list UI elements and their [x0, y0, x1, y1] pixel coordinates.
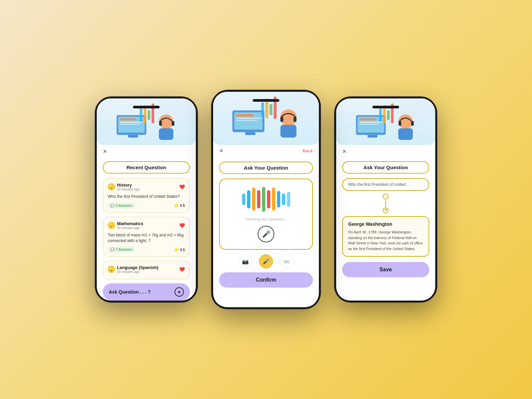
- svg-rect-23: [236, 120, 257, 121]
- answer-connector-dot: 📍: [383, 207, 389, 213]
- history-question: Who the first President of United States…: [108, 194, 185, 200]
- answer-card: George Washington On April 30, 1789, Geo…: [342, 216, 429, 257]
- svg-rect-43: [411, 121, 414, 126]
- math-card[interactable]: 💡 Mathematics 30 minutes ago ❤️ Two bloc…: [103, 217, 190, 257]
- phone-2-title: Ask Your Question: [219, 162, 313, 174]
- svg-rect-12: [140, 108, 142, 122]
- heart-icon-2[interactable]: ❤️: [179, 223, 185, 228]
- svg-rect-28: [261, 102, 264, 117]
- svg-rect-20: [245, 132, 255, 135]
- back-button[interactable]: Back: [303, 148, 313, 153]
- star-icon-2: ⭐: [174, 247, 179, 252]
- math-rating: ⭐ 3.5: [174, 247, 185, 252]
- svg-rect-27: [294, 117, 297, 122]
- svg-rect-14: [148, 110, 150, 120]
- mic-control-button[interactable]: 🎤: [259, 254, 273, 268]
- answer-title: George Washington: [348, 221, 423, 227]
- svg-rect-10: [159, 121, 162, 126]
- svg-rect-30: [270, 104, 273, 115]
- language-time: 30 minutes ago: [117, 270, 158, 274]
- phone-1-title: Recent Question: [103, 161, 190, 174]
- svg-rect-7: [120, 124, 140, 125]
- ask-question-bar[interactable]: Ask Question . . . ? +: [103, 283, 190, 301]
- answer-text: On April 30, 1789, George Washington, st…: [348, 229, 423, 251]
- svg-rect-9: [159, 128, 174, 140]
- phone-3-close-btn[interactable]: ✕: [342, 148, 346, 155]
- camera-button[interactable]: 📷: [238, 254, 252, 268]
- math-subject-name: Mathematics: [117, 221, 143, 226]
- phone-3-hero: [336, 98, 435, 145]
- math-subject: 💡 Mathematics 30 minutes ago: [108, 221, 143, 230]
- controls-bar: 📷 🎤 ⌨️: [219, 254, 313, 268]
- svg-rect-39: [359, 124, 379, 125]
- bulb-icon-2: 💡: [108, 222, 115, 229]
- svg-rect-11: [172, 121, 174, 126]
- confirm-button[interactable]: Confirm: [219, 272, 313, 288]
- math-question: Two block of mass m1 = 7kg and m2 = 6kg …: [108, 232, 185, 244]
- chat-icon-1: 💬: [110, 204, 114, 207]
- svg-rect-22: [236, 118, 260, 119]
- question-preview-bubble: Who the first President of United . . .: [342, 178, 429, 191]
- svg-rect-21: [236, 114, 254, 116]
- svg-rect-36: [367, 135, 377, 138]
- listening-text: Listening your Question...: [245, 217, 287, 221]
- question-connector-dot: ?: [383, 194, 389, 200]
- connector-line: [385, 200, 386, 207]
- phone-1-hero: [97, 98, 196, 145]
- heart-icon-1[interactable]: ❤️: [179, 184, 185, 190]
- svg-rect-4: [128, 135, 138, 138]
- history-card[interactable]: 💡 History 20 minutes ago ❤️ Who the firs…: [103, 178, 190, 213]
- svg-rect-38: [359, 122, 383, 123]
- svg-rect-46: [387, 110, 390, 120]
- phone-3: ✕ Ask Your Question Who the first Presid…: [334, 96, 437, 303]
- chat-icon-2: 💬: [110, 248, 114, 251]
- language-card[interactable]: 💡 Language (Spanish) 30 minutes ago ❤️: [103, 261, 190, 279]
- add-question-button[interactable]: +: [175, 287, 184, 297]
- heart-icon-3[interactable]: ❤️: [179, 267, 185, 272]
- waveform-display: [242, 186, 290, 212]
- phone-1-close-btn[interactable]: ✕: [103, 148, 107, 155]
- history-time: 20 minutes ago: [117, 188, 140, 191]
- phone-1-notch: [133, 106, 160, 108]
- svg-rect-25: [280, 125, 296, 138]
- svg-rect-5: [120, 118, 137, 120]
- history-subject: 💡 History 20 minutes ago: [108, 183, 140, 191]
- phone-1: ✕ Recent Question 💡 History: [95, 96, 198, 303]
- phone-3-title: Ask Your Question: [342, 161, 429, 174]
- svg-rect-42: [399, 121, 401, 126]
- history-answers: 💬 2 Answers: [108, 203, 135, 208]
- svg-rect-41: [398, 128, 413, 140]
- phone-2-close-btn[interactable]: ✕: [219, 148, 223, 154]
- math-answers: 💬 7 Answers: [108, 247, 135, 252]
- history-rating: ⭐ 3.5: [174, 203, 185, 208]
- bulb-icon-1: 💡: [108, 183, 115, 191]
- keyboard-button[interactable]: ⌨️: [280, 254, 294, 268]
- svg-rect-6: [120, 122, 143, 123]
- language-subject-name: Language (Spanish): [117, 265, 158, 270]
- phone-2-notch: [253, 99, 279, 102]
- connector: ? 📍: [342, 194, 429, 213]
- voice-recording-area: Listening your Question... 🎤: [219, 179, 313, 250]
- language-subject: 💡 Language (Spanish) 30 minutes ago: [108, 265, 158, 274]
- history-subject-name: History: [117, 183, 140, 188]
- microphone-button[interactable]: 🎤: [258, 226, 274, 242]
- phone-3-notch: [372, 106, 399, 108]
- svg-rect-26: [280, 117, 283, 122]
- svg-rect-44: [379, 108, 382, 122]
- ask-bar-label: Ask Question . . . ?: [109, 289, 151, 295]
- svg-rect-37: [359, 118, 376, 120]
- phone-2: ✕ Back Ask Your Question: [211, 90, 321, 309]
- math-time: 30 minutes ago: [117, 226, 143, 230]
- star-icon-1: ⭐: [174, 203, 179, 208]
- save-button[interactable]: Save: [342, 262, 429, 277]
- bulb-icon-3: 💡: [108, 266, 115, 273]
